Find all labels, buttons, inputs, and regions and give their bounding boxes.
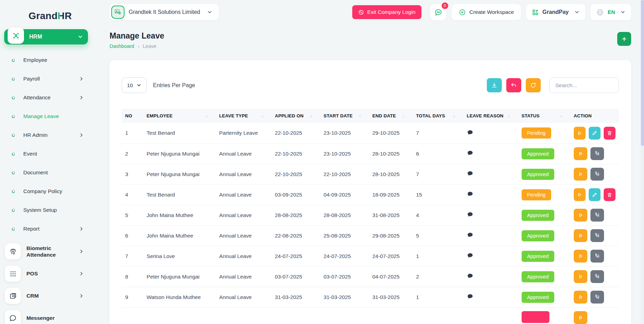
- comment-icon[interactable]: [467, 211, 474, 218]
- cell-applied-on: 22-10-2025: [271, 123, 320, 143]
- sidebar-item-document[interactable]: Document: [0, 163, 92, 182]
- sidebar-item-company-policy[interactable]: Company Policy: [0, 182, 92, 201]
- sort-icon[interactable]: ↑↓: [205, 114, 212, 118]
- play-button[interactable]: [574, 311, 587, 324]
- play-button[interactable]: [574, 291, 587, 304]
- comment-icon[interactable]: [467, 252, 474, 259]
- comment-icon[interactable]: [467, 191, 474, 197]
- exit-company-login-button[interactable]: Exit Company Login: [352, 5, 421, 19]
- sidebar-item-hr-admin[interactable]: HR Admin: [0, 126, 92, 144]
- sidebar-item-attendance[interactable]: Attendance: [0, 88, 92, 107]
- status-badge: Approved: [522, 271, 554, 282]
- sort-icon[interactable]: ↑↓: [358, 114, 365, 118]
- cell-action: [570, 164, 619, 184]
- sidebar-item-report[interactable]: Report: [0, 219, 92, 238]
- column-header-employee[interactable]: EMPLOYEE↑↓: [143, 109, 216, 123]
- phone-call-button[interactable]: [590, 250, 604, 263]
- undo-button[interactable]: [506, 78, 521, 92]
- column-header-leave-type[interactable]: LEAVE TYPE↑↓: [216, 109, 271, 123]
- sidebar-item-payroll[interactable]: Payroll: [0, 69, 92, 88]
- play-button[interactable]: [574, 168, 587, 181]
- language-selector[interactable]: EN: [590, 4, 631, 20]
- column-header-total-days[interactable]: TOTAL DAYS↑↓: [412, 109, 463, 123]
- bullet-icon: [11, 171, 15, 174]
- breadcrumb-dashboard-link[interactable]: Dashboard: [110, 43, 134, 49]
- add-leave-button[interactable]: +: [617, 32, 631, 46]
- delete-button[interactable]: [604, 188, 615, 201]
- refresh-button[interactable]: [526, 78, 541, 92]
- table-row: 8Peter Njuguna MungaiAnnual Leave03-07-2…: [122, 266, 619, 287]
- sort-icon[interactable]: ↑↓: [453, 114, 460, 118]
- sidebar-item-label: Employee: [23, 57, 47, 63]
- entries-per-page-select[interactable]: 10: [122, 77, 147, 93]
- refresh-icon: [530, 82, 537, 89]
- bullet-icon: [11, 208, 15, 212]
- company-selector[interactable]: # Grandtek It Solutions Limited: [110, 4, 219, 20]
- phone-call-button[interactable]: [590, 270, 604, 283]
- download-button[interactable]: [487, 78, 502, 92]
- cell-leave-reason: [463, 205, 518, 225]
- phone-call-button[interactable]: [590, 209, 604, 222]
- cell-action: [570, 143, 619, 164]
- comment-icon[interactable]: [467, 170, 474, 177]
- play-button[interactable]: [574, 250, 587, 263]
- delete-button[interactable]: [604, 127, 615, 140]
- page-scrollbar[interactable]: [641, 0, 644, 324]
- sidebar-module-crm[interactable]: CRM: [0, 285, 92, 307]
- comment-icon[interactable]: [467, 293, 474, 300]
- comment-icon[interactable]: [467, 232, 474, 238]
- search-input[interactable]: [549, 77, 619, 93]
- sidebar-module-biometric-attendance[interactable]: Biometric Attendance: [0, 240, 92, 263]
- chevron-right-icon: [79, 293, 84, 298]
- comment-icon[interactable]: [467, 150, 474, 156]
- column-header-leave-reason[interactable]: LEAVE REASON↑↓: [463, 109, 518, 123]
- play-button[interactable]: [574, 127, 586, 140]
- comment-icon[interactable]: [467, 129, 474, 136]
- cell-leave-reason: [463, 246, 518, 266]
- scrollbar-thumb[interactable]: [641, 0, 644, 146]
- play-button[interactable]: [574, 188, 586, 201]
- column-label: APPLIED ON: [275, 113, 304, 118]
- column-header-end-date[interactable]: END DATE↑↓: [369, 109, 413, 123]
- column-header-start-date[interactable]: START DATE↑↓: [320, 109, 369, 123]
- sidebar-item-manage-leave[interactable]: Manage Leave: [0, 107, 92, 126]
- sort-icon[interactable]: ↑↓: [309, 114, 317, 118]
- phone-call-button[interactable]: [590, 291, 604, 304]
- cell-action: [570, 266, 619, 287]
- play-button[interactable]: [574, 209, 587, 222]
- cell-start-date: 04-09-2025: [320, 184, 369, 205]
- chat-button[interactable]: 0: [430, 4, 446, 20]
- grandpay-menu[interactable]: GrandPay: [526, 4, 586, 20]
- bullet-icon: [11, 189, 15, 193]
- create-workspace-button[interactable]: Create Workspace: [452, 4, 521, 20]
- sort-icon[interactable]: ↑↓: [402, 114, 409, 118]
- play-button[interactable]: [574, 147, 587, 160]
- sort-icon[interactable]: ↑↓: [560, 114, 567, 118]
- table-row: 4Test BenardAnnual Leave03-09-202504-09-…: [122, 184, 619, 205]
- sidebar-module-pos[interactable]: POS: [0, 263, 92, 285]
- comment-icon[interactable]: [467, 273, 474, 279]
- edit-button[interactable]: [589, 127, 601, 140]
- sidebar-item-event[interactable]: Event: [0, 144, 92, 163]
- sidebar-module-messenger[interactable]: Messenger: [0, 307, 92, 324]
- sort-icon[interactable]: ↑↓: [261, 114, 268, 118]
- sort-icon[interactable]: ↑↓: [507, 114, 515, 118]
- edit-button[interactable]: [589, 188, 601, 201]
- phone-call-button[interactable]: [590, 229, 604, 242]
- chevron-right-icon: [79, 226, 84, 231]
- cell-total-days: 1: [412, 246, 463, 266]
- sidebar-section-hrm[interactable]: HRM: [4, 29, 88, 44]
- sidebar-item-system-setup[interactable]: System Setup: [0, 201, 92, 219]
- column-header-status[interactable]: STATUS↑↓: [518, 109, 570, 123]
- cell-leave-type: Parternity Leave: [216, 123, 271, 143]
- sidebar-item-employee[interactable]: Employee: [0, 51, 92, 69]
- play-button[interactable]: [574, 270, 587, 283]
- top-right-cluster: Exit Company Login 0 Create Workspace: [352, 4, 631, 20]
- play-button[interactable]: [574, 229, 587, 242]
- cell-applied-on: 24-07-2025: [271, 246, 320, 266]
- language-code: EN: [607, 9, 615, 15]
- phone-call-button[interactable]: [590, 147, 604, 160]
- page-head: Manage Leave Dashboard › Leave +: [110, 31, 631, 49]
- column-header-applied-on[interactable]: APPLIED ON↑↓: [271, 109, 320, 123]
- phone-call-button[interactable]: [590, 168, 604, 181]
